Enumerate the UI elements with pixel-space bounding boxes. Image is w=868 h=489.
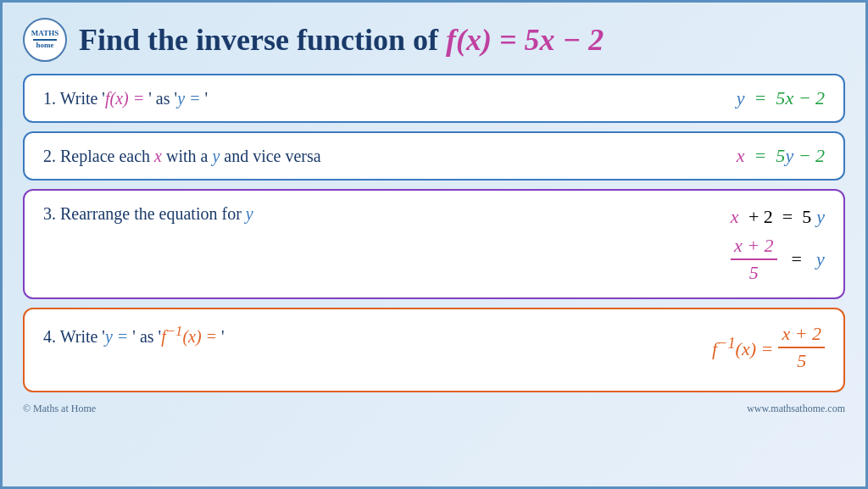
step-4-fraction: x + 2 5 (778, 323, 825, 372)
logo: MATHS home (23, 18, 67, 62)
title-math: f(x) = 5x − 2 (446, 23, 604, 57)
step-3-box: 3. Rearrange the equation for y x + 2 = … (23, 189, 845, 299)
step-1-as: ' as ' (148, 89, 177, 108)
page-title: Find the inverse function of f(x) = 5x −… (79, 22, 604, 58)
step-3-eq2: x + 2 5 = y (731, 235, 825, 284)
step-4-equation: f−1(x) = x + 2 5 (712, 323, 825, 372)
step-1-end: ' (205, 89, 209, 108)
step-1-equation: y = 5x − 2 (737, 87, 825, 109)
step-2-instruction: 2. Replace each x with a y and vice vers… (43, 147, 321, 166)
step-2-equation: x = 5y − 2 (737, 145, 825, 167)
step-1-instruction: 1. Write 'f(x) = ' as 'y = ' (43, 89, 208, 108)
header: MATHS home Find the inverse function of … (23, 18, 845, 62)
logo-top: MATHS (31, 30, 58, 38)
step-3-instruction: 3. Rearrange the equation for y (43, 204, 253, 224)
logo-bottom: home (36, 42, 54, 50)
step-1-y: y = (177, 89, 204, 108)
step-3-fraction: x + 2 5 (731, 235, 777, 284)
step-3-equations: x + 2 = 5 y x + 2 5 = y (731, 204, 825, 284)
step-1-box: 1. Write 'f(x) = ' as 'y = ' y = 5x − 2 (23, 74, 845, 123)
step-4-box: 4. Write 'y = ' as 'f−1(x) = ' f−1(x) = … (23, 308, 845, 392)
step-3-eq1: x + 2 = 5 y (731, 206, 825, 228)
step-4-instruction: 4. Write 'y = ' as 'f−1(x) = ' (43, 323, 225, 347)
footer-right: www.mathsathome.com (747, 403, 845, 415)
step-1-num: 1. Write ' (43, 89, 105, 108)
step-2-box: 2. Replace each x with a y and vice vers… (23, 131, 845, 181)
footer-left: © Maths at Home (23, 403, 96, 415)
footer: © Maths at Home www.mathsathome.com (23, 403, 845, 415)
page-container: MATHS home Find the inverse function of … (0, 0, 868, 489)
step-1-fx: f(x) = (105, 89, 148, 108)
